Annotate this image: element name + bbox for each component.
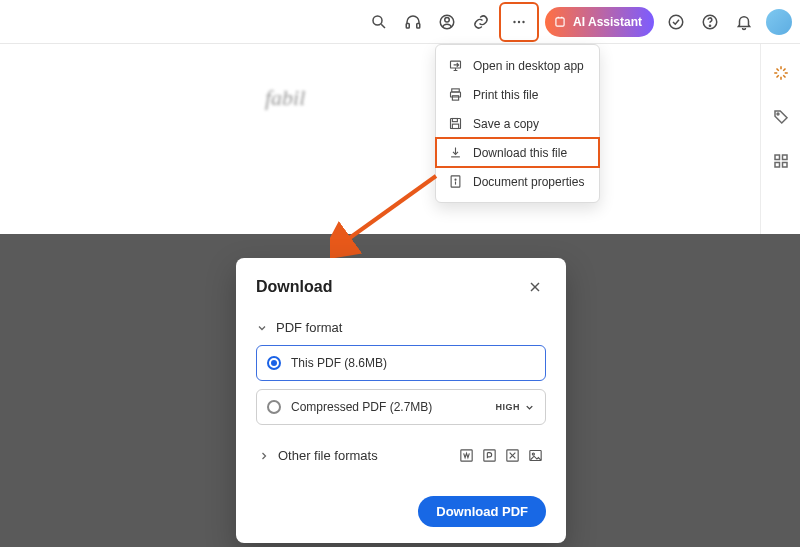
download-dialog: Download PDF format This PDF (8.6MB) Com… xyxy=(236,258,566,543)
more-options-highlight xyxy=(499,2,539,42)
close-button[interactable] xyxy=(524,276,546,298)
radio-unselected-icon xyxy=(267,400,281,414)
section-label: Other file formats xyxy=(278,448,378,463)
svg-point-10 xyxy=(669,15,683,29)
option-label: This PDF (8.6MB) xyxy=(291,356,387,370)
help-icon[interactable] xyxy=(694,6,726,38)
quality-selector[interactable]: HIGH xyxy=(496,402,536,413)
search-icon[interactable] xyxy=(363,6,395,38)
menu-label: Open in desktop app xyxy=(473,59,584,73)
menu-print[interactable]: Print this file xyxy=(436,80,599,109)
menu-open-desktop[interactable]: Open in desktop app xyxy=(436,51,599,80)
checkmark-icon[interactable] xyxy=(660,6,692,38)
more-options-menu: Open in desktop app Print this file Save… xyxy=(435,44,600,203)
menu-label: Print this file xyxy=(473,88,538,102)
svg-rect-2 xyxy=(406,23,409,28)
headphones-icon[interactable] xyxy=(397,6,429,38)
option-this-pdf[interactable]: This PDF (8.6MB) xyxy=(256,345,546,381)
svg-rect-16 xyxy=(775,163,780,168)
svg-rect-9 xyxy=(556,17,564,25)
dialog-title: Download xyxy=(256,278,332,296)
download-pdf-button[interactable]: Download PDF xyxy=(418,496,546,527)
svg-point-13 xyxy=(777,113,779,115)
signature-blur: fabil xyxy=(265,85,375,113)
menu-save-copy[interactable]: Save a copy xyxy=(436,109,599,138)
menu-download[interactable]: Download this file xyxy=(436,138,599,167)
svg-point-34 xyxy=(532,453,534,455)
chevron-down-icon xyxy=(524,402,535,413)
svg-rect-14 xyxy=(775,155,780,160)
image-icon xyxy=(527,447,544,464)
word-icon xyxy=(458,447,475,464)
menu-label: Download this file xyxy=(473,146,567,160)
svg-point-26 xyxy=(455,179,456,180)
tag-icon[interactable] xyxy=(772,108,790,130)
excel-icon xyxy=(504,447,521,464)
radio-selected-icon xyxy=(267,356,281,370)
svg-line-27 xyxy=(344,176,436,242)
svg-line-1 xyxy=(381,24,385,28)
svg-rect-3 xyxy=(417,23,420,28)
powerpoint-icon xyxy=(481,447,498,464)
section-pdf-format[interactable]: PDF format xyxy=(256,320,546,335)
svg-point-7 xyxy=(518,20,520,22)
svg-point-0 xyxy=(373,16,382,25)
sparkle-icon[interactable] xyxy=(772,64,790,86)
section-label: PDF format xyxy=(276,320,342,335)
top-toolbar: AI Assistant xyxy=(0,0,800,44)
ai-assistant-button[interactable]: AI Assistant xyxy=(545,7,654,37)
option-label: Compressed PDF (2.7MB) xyxy=(291,400,432,414)
svg-rect-30 xyxy=(461,450,472,461)
chevron-right-icon xyxy=(258,450,270,462)
apps-grid-icon[interactable] xyxy=(772,152,790,174)
svg-point-8 xyxy=(522,20,524,22)
profile-icon[interactable] xyxy=(431,6,463,38)
annotation-arrow xyxy=(330,170,450,260)
avatar[interactable] xyxy=(766,9,792,35)
chevron-down-icon xyxy=(256,322,268,334)
menu-properties[interactable]: Document properties xyxy=(436,167,599,196)
link-icon[interactable] xyxy=(465,6,497,38)
svg-point-6 xyxy=(513,20,515,22)
svg-rect-15 xyxy=(782,155,787,160)
bell-icon[interactable] xyxy=(728,6,760,38)
svg-rect-17 xyxy=(782,163,787,168)
section-other-formats[interactable]: Other file formats xyxy=(256,437,546,474)
svg-point-12 xyxy=(709,25,710,26)
option-compressed-pdf[interactable]: Compressed PDF (2.7MB) HIGH xyxy=(256,389,546,425)
svg-rect-24 xyxy=(452,124,458,128)
svg-rect-31 xyxy=(484,450,495,461)
svg-rect-23 xyxy=(452,119,457,122)
svg-rect-21 xyxy=(452,96,458,100)
svg-point-5 xyxy=(445,17,450,22)
menu-label: Document properties xyxy=(473,175,584,189)
more-options-button[interactable] xyxy=(503,6,535,38)
quality-label: HIGH xyxy=(496,402,521,412)
ai-assistant-label: AI Assistant xyxy=(573,15,642,29)
menu-label: Save a copy xyxy=(473,117,539,131)
